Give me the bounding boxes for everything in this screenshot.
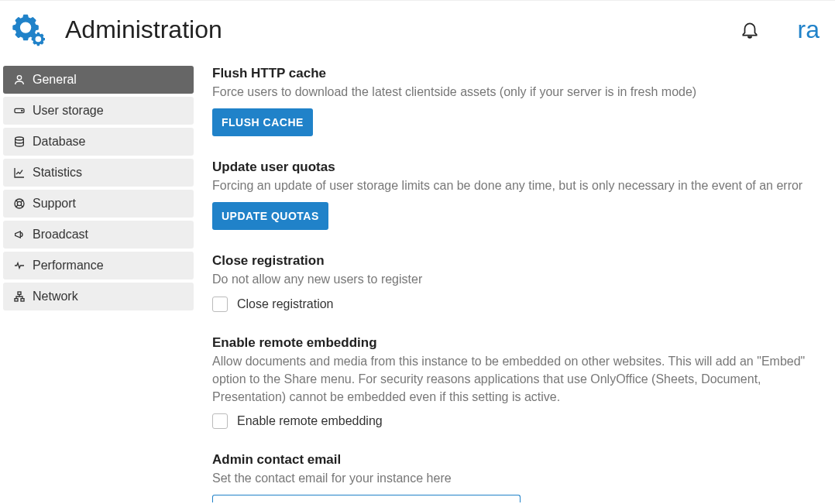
sidebar-item-performance[interactable]: Performance (3, 252, 194, 279)
bullhorn-icon (12, 228, 26, 242)
notifications-icon[interactable] (739, 19, 761, 40)
cogs-icon (9, 12, 45, 47)
section-flush-cache: Flush HTTP cache Force users to download… (212, 66, 820, 136)
svg-point-0 (17, 76, 21, 80)
sidebar-item-label: User storage (33, 104, 104, 118)
chart-line-icon (12, 166, 26, 180)
svg-point-5 (17, 201, 21, 205)
sidebar-item-label: Statistics (33, 166, 82, 180)
header: Administration ra (0, 0, 835, 58)
section-desc: Set the contact email for your instance … (212, 469, 820, 487)
section-desc: Forcing an update of user storage limits… (212, 177, 820, 194)
sidebar-item-label: Support (33, 197, 76, 211)
hdd-icon (12, 104, 26, 118)
sidebar-item-broadcast[interactable]: Broadcast (3, 221, 194, 249)
svg-point-2 (22, 110, 22, 111)
sidebar-item-statistics[interactable]: Statistics (3, 159, 194, 187)
update-quotas-button[interactable]: UPDATE QUOTAS (212, 202, 328, 230)
svg-rect-7 (15, 299, 18, 301)
section-title: Close registration (212, 253, 820, 269)
sidebar-item-label: Performance (33, 259, 104, 273)
section-close-registration: Close registration Do not allow any new … (212, 253, 820, 311)
svg-rect-8 (21, 299, 24, 301)
section-desc: Do not allow any new users to register (212, 270, 820, 288)
sidebar: General User storage Database (3, 66, 194, 504)
flush-cache-button[interactable]: FLUSH CACHE (212, 108, 313, 136)
database-icon (12, 135, 26, 149)
section-desc: Force users to download the latest clien… (212, 83, 820, 101)
remote-embedding-checkbox[interactable] (212, 413, 228, 429)
sidebar-item-network[interactable]: Network (3, 283, 194, 310)
sidebar-item-label: Network (33, 290, 78, 303)
section-remote-embedding: Enable remote embedding Allow documents … (212, 335, 820, 430)
page-title: Administration (65, 15, 739, 44)
sidebar-item-support[interactable]: Support (3, 190, 194, 218)
section-title: Update user quotas (212, 159, 820, 175)
admin-email-input[interactable] (212, 495, 521, 502)
section-desc: Allow documents and media from this inst… (212, 352, 820, 406)
section-admin-email: Admin contact email Set the contact emai… (212, 452, 820, 502)
section-title: Admin contact email (212, 452, 820, 468)
svg-point-3 (15, 137, 24, 140)
sidebar-item-label: Database (33, 135, 86, 149)
checkbox-label: Enable remote embedding (237, 414, 383, 428)
section-title: Flush HTTP cache (212, 66, 820, 81)
svg-rect-6 (18, 292, 21, 294)
sitemap-icon (12, 290, 26, 303)
sidebar-item-label: Broadcast (33, 228, 88, 242)
main-content: Flush HTTP cache Force users to download… (194, 66, 835, 504)
sidebar-item-user-storage[interactable]: User storage (3, 97, 194, 125)
user-icon (12, 73, 26, 87)
avatar[interactable]: ra (798, 17, 820, 42)
lifering-icon (12, 197, 26, 211)
section-title: Enable remote embedding (212, 335, 820, 351)
sidebar-item-label: General (33, 73, 77, 87)
close-registration-checkbox[interactable] (212, 297, 228, 312)
sidebar-item-database[interactable]: Database (3, 128, 194, 156)
sidebar-item-general[interactable]: General (3, 66, 194, 94)
section-update-quotas: Update user quotas Forcing an update of … (212, 159, 820, 230)
checkbox-label: Close registration (237, 297, 334, 311)
heartbeat-icon (12, 259, 26, 273)
